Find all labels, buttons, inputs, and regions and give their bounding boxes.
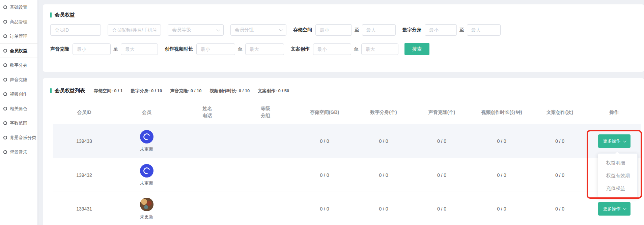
video-min-input[interactable] <box>196 43 235 55</box>
digital-min-input[interactable] <box>425 24 457 36</box>
filter-section-title: 会员权益 <box>50 12 637 18</box>
cell-member: 未更新 <box>115 130 178 152</box>
swirl-logo-icon <box>142 132 151 141</box>
dropdown-item-benefit-details[interactable]: 权益明细 <box>598 156 637 169</box>
copywriting-max-input[interactable] <box>361 43 398 55</box>
list-section-title: 会员权益列表 <box>50 88 85 94</box>
radio-circle-icon <box>3 121 7 125</box>
copywriting-min-input[interactable] <box>313 43 351 55</box>
digital-max-input[interactable] <box>467 24 501 36</box>
member-avatar-photo <box>140 198 153 211</box>
title-accent-bar <box>50 88 52 93</box>
copywriting-range-label: 文案创作 <box>291 46 310 52</box>
more-actions-button[interactable]: 更多操作 <box>598 202 631 216</box>
chevron-down-icon <box>623 139 626 142</box>
table-header: 会员ID 会员 姓名 电话 等级 分组 存储空间(GB) 数字分身(个) 声音克… <box>53 100 641 124</box>
cell-storage: 0 / 0 <box>294 138 355 144</box>
col-storage: 存储空间(GB) <box>294 100 355 124</box>
sidebar-item-label: 字数范围 <box>10 120 27 126</box>
sidebar-item-related-roles[interactable]: 相关角色 <box>0 101 37 116</box>
video-range-label: 创作视频时长 <box>165 46 193 52</box>
stat-video: 视频创作时长:0 / 10 <box>209 88 250 94</box>
cell-member-id: 139431 <box>53 206 115 212</box>
nickname-input[interactable] <box>108 24 161 36</box>
dropdown-item-benefit-validity[interactable]: 权益有效期 <box>598 169 637 182</box>
page-title: 会员权益 <box>55 12 75 18</box>
cell-voice: 0 / 0 <box>412 206 471 212</box>
more-actions-dropdown: 权益明细 权益有效期 充值权益 <box>598 153 638 198</box>
voice-range-label: 声音克隆 <box>50 46 69 52</box>
cell-copywriting: 0 / 0 <box>532 138 588 144</box>
filter-row-1: 会员等级 会员分组 存储空间 至 数字分身 至 <box>50 24 637 36</box>
radio-circle-icon <box>3 5 7 9</box>
dropdown-item-recharge-benefits[interactable]: 充值权益 <box>598 182 637 195</box>
cell-video: 0 / 0 <box>471 206 532 212</box>
cell-digital: 0 / 0 <box>355 206 412 212</box>
sidebar-item-bgm[interactable]: 背景音乐 <box>0 145 37 159</box>
cell-member: 未更新 <box>115 164 178 186</box>
member-id-input[interactable] <box>50 24 101 36</box>
voice-max-input[interactable] <box>121 43 158 55</box>
sidebar-item-label: 基础设置 <box>10 4 27 10</box>
sidebar-item-label: 相关角色 <box>10 106 27 112</box>
sidebar-item-digital-avatar[interactable]: 数字分身 <box>0 58 37 72</box>
cell-member: 未更新 <box>115 198 178 220</box>
sidebar-item-order-management[interactable]: 订单管理 <box>0 29 37 43</box>
member-group-select[interactable]: 会员分组 <box>230 24 286 36</box>
col-member: 会员 <box>115 100 178 124</box>
col-voice: 声音克隆(个) <box>412 100 471 124</box>
sidebar-item-member-benefits[interactable]: 会员权益 <box>0 43 37 58</box>
sidebar-item-label: 声音克隆 <box>10 77 27 83</box>
storage-max-input[interactable] <box>362 24 396 36</box>
storage-range-label: 存储空间 <box>293 27 312 33</box>
col-member-id: 会员ID <box>53 100 115 124</box>
col-video: 视频创作时长(分钟) <box>471 100 532 124</box>
sidebar-item-video-creation[interactable]: 视频创作 <box>0 87 37 101</box>
swirl-logo-icon <box>142 166 151 175</box>
sidebar-item-word-count-range[interactable]: 字数范围 <box>0 116 37 130</box>
filter-panel: 会员权益 会员等级 会员分组 存储空间 至 数字分身 至 声音克隆 <box>43 4 644 72</box>
stat-digital: 数字分身:0 / 10 <box>131 88 162 94</box>
voice-min-input[interactable] <box>73 43 111 55</box>
cell-copywriting: 0 / 0 <box>532 172 588 178</box>
avatar-caption: 未更新 <box>140 214 153 220</box>
member-level-select[interactable]: 会员等级 <box>168 24 224 36</box>
cell-copywriting: 0 / 0 <box>532 206 588 212</box>
sidebar-item-bgm-category[interactable]: 背景音乐分类 <box>0 130 37 145</box>
more-actions-button[interactable]: 更多操作 <box>598 134 631 148</box>
chevron-down-icon <box>217 28 220 31</box>
radio-circle-icon <box>3 20 7 24</box>
col-actions: 操作 <box>588 100 641 124</box>
avatar-caption: 未更新 <box>140 180 153 186</box>
radio-circle-icon <box>3 92 7 96</box>
cell-storage: 0 / 0 <box>294 206 355 212</box>
storage-min-input[interactable] <box>315 24 352 36</box>
sidebar-item-label: 背景音乐分类 <box>10 135 36 141</box>
list-title: 会员权益列表 <box>55 88 85 94</box>
filter-row-2: 声音克隆 至 创作视频时长 至 文案创作 至 搜索 <box>50 43 637 55</box>
sidebar-item-voice-clone[interactable]: 声音克隆 <box>0 72 37 87</box>
stat-voice: 声音克隆:0 / 10 <box>170 88 202 94</box>
member-level-placeholder: 会员等级 <box>172 27 191 33</box>
title-accent-bar <box>50 12 52 18</box>
radio-circle-icon <box>3 34 7 38</box>
range-to-label: 至 <box>459 27 464 33</box>
sidebar-item-product-management[interactable]: 商品管理 <box>0 14 37 29</box>
cell-member-id: 139432 <box>53 172 115 178</box>
range-to-label: 至 <box>238 46 243 52</box>
range-to-label: 至 <box>355 27 359 33</box>
col-level-group: 等级 分组 <box>237 100 294 124</box>
video-max-input[interactable] <box>245 43 284 55</box>
benefit-stats: 存储空间:0 / 1 数字分身:0 / 10 声音克隆:0 / 10 视频创作时… <box>94 88 289 94</box>
radio-circle-icon <box>3 150 7 154</box>
cell-voice: 0 / 0 <box>412 172 471 178</box>
radio-circle-icon <box>3 63 7 67</box>
sidebar-item-basic-settings[interactable]: 基础设置 <box>0 0 37 14</box>
sidebar-item-label: 订单管理 <box>10 33 27 39</box>
search-button[interactable]: 搜索 <box>404 43 429 55</box>
col-digital: 数字分身(个) <box>355 100 412 124</box>
sidebar-item-label: 会员权益 <box>10 48 27 54</box>
chevron-down-icon <box>623 206 626 210</box>
digital-range-label: 数字分身 <box>402 27 421 33</box>
member-avatar-logo <box>140 164 153 178</box>
